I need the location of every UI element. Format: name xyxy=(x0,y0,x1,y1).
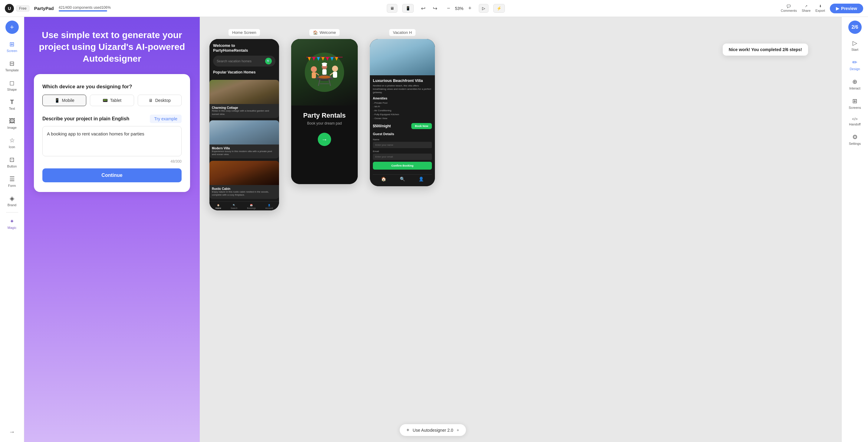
right-item-interact[interactable]: ⊕ Interact xyxy=(843,75,867,93)
confirm-booking-button[interactable]: Confirm Booking xyxy=(373,162,432,170)
home-screen-frame[interactable]: Welcome to PartyHomeRentals Search vacat… xyxy=(210,39,279,210)
right-item-start[interactable]: ▷ Start xyxy=(843,36,867,55)
svg-rect-19 xyxy=(333,72,337,78)
project-description-textarea[interactable]: A booking app to rent vacation homes for… xyxy=(42,126,182,156)
usage-bar xyxy=(59,10,107,11)
cottage-card[interactable]: Charming Cottage Relax in this cozy cott… xyxy=(210,80,279,118)
left-sidebar: + ⊞ Screen ⊟ Template ◻ Shape T Text 🖼 I… xyxy=(0,17,24,442)
hs-search-text: Search vacation homes xyxy=(217,59,251,63)
settings-icon: ⚙ xyxy=(852,133,858,141)
vacation-label-text: Vacation H xyxy=(393,30,412,35)
welcome-arrow-button[interactable]: → xyxy=(318,133,331,146)
cabin-card[interactable]: Rustic Cabin Enjoy nature in this rustic… xyxy=(210,161,279,199)
try-example-button[interactable]: Try example xyxy=(150,114,182,123)
vs-guest-title: Guest Details xyxy=(373,132,432,136)
home-screen-label: Home Screen xyxy=(228,29,260,36)
desktop-option[interactable]: 🖥 Desktop xyxy=(138,95,182,106)
sidebar-item-template[interactable]: ⊟ Template xyxy=(1,57,23,75)
mobile-icon: 📱 xyxy=(406,6,410,10)
book-now-button[interactable]: Book Now xyxy=(411,123,432,129)
vs-name-input[interactable] xyxy=(373,142,432,148)
cabin-desc: Enjoy nature in this rustic cabin nestle… xyxy=(212,191,277,197)
mobile-view-btn[interactable]: 📱 xyxy=(402,4,414,13)
comments-icon: 💬 xyxy=(786,4,791,8)
add-screen-button[interactable]: + xyxy=(5,21,19,34)
right-label-start: Start xyxy=(851,48,858,52)
auto2-icon: ✦ xyxy=(406,427,410,433)
nav-home[interactable]: 🏠 Home xyxy=(216,204,221,209)
vs-nav-search-icon[interactable]: 🔍 xyxy=(400,176,405,181)
free-badge: Free xyxy=(17,5,29,11)
sidebar-item-image[interactable]: 🖼 Image xyxy=(1,114,23,132)
right-item-screens[interactable]: ⊞ Screens xyxy=(843,94,867,112)
sidebar-label-text: Text xyxy=(9,107,15,110)
redo-button[interactable]: ↪ xyxy=(430,4,440,13)
mobile-option[interactable]: 📱 Mobile xyxy=(42,95,86,106)
sidebar-item-button[interactable]: ⊡ Button xyxy=(1,153,23,171)
right-item-design[interactable]: ✏ Design xyxy=(843,56,867,74)
autodesigner-card: Which device are you designing for? 📱 Mo… xyxy=(34,74,190,192)
export-action[interactable]: ⬇ Export xyxy=(815,4,825,12)
search-icon-green: 🔍 xyxy=(265,58,272,64)
welcome-content: Party Rentals Book your dream pad → xyxy=(291,105,358,152)
sidebar-item-brand[interactable]: ◈ Brand xyxy=(1,192,23,210)
share-action[interactable]: ↗ Share xyxy=(802,4,810,12)
desktop-device-icon: 🖥 xyxy=(149,98,153,103)
usage-count: 421/400 components used xyxy=(59,5,101,10)
hs-search-bar[interactable]: Search vacation homes 🔍 xyxy=(213,56,275,67)
welcome-screen-frame[interactable]: Party Rentals Book your dream pad → xyxy=(291,39,358,184)
sidebar-item-magic[interactable]: ✦ Magic xyxy=(1,215,23,233)
char-count: 48/300 xyxy=(42,159,182,164)
right-item-settings[interactable]: ⚙ Settings xyxy=(843,130,867,148)
welcome-title: Party Rentals xyxy=(296,111,353,120)
zoom-out-button[interactable]: − xyxy=(444,4,453,13)
lightning-button[interactable]: ⚡ xyxy=(493,4,505,13)
play-button[interactable]: ▷ xyxy=(479,4,489,13)
design-icon: ✏ xyxy=(852,59,858,66)
vs-email-input[interactable] xyxy=(373,154,432,160)
nav-search[interactable]: 🔍 Search xyxy=(230,204,237,209)
start-icon: ▷ xyxy=(852,39,857,46)
nav-bookings[interactable]: 📅 Bookings xyxy=(247,204,256,209)
arrow-right-icon: → xyxy=(9,429,15,435)
sidebar-divider xyxy=(6,212,18,212)
home-screen-preview: Home Screen Welcome to PartyHomeRentals … xyxy=(210,29,279,210)
share-icon: ↗ xyxy=(805,4,807,8)
project-name[interactable]: PartyPad xyxy=(34,6,54,11)
vs-guest-section: Guest Details Name Email Confirm Booking xyxy=(373,132,432,172)
sidebar-item-icon[interactable]: ☆ Icon xyxy=(1,134,23,152)
vs-nav-user-icon[interactable]: 👤 xyxy=(418,176,424,181)
tablet-option[interactable]: 📟 Tablet xyxy=(90,95,134,106)
vs-price: $500/night xyxy=(373,124,391,128)
zoom-in-button[interactable]: + xyxy=(466,4,474,13)
sidebar-label-image: Image xyxy=(7,126,17,129)
vs-nav-home-icon[interactable]: 🏠 xyxy=(381,176,386,181)
sidebar-label-icon: Icon xyxy=(9,145,15,149)
vs-amenity-wifi: - Wi-Fi xyxy=(373,105,432,109)
sidebar-item-text[interactable]: T Text xyxy=(1,96,23,113)
svg-rect-22 xyxy=(322,69,327,75)
svg-point-14 xyxy=(318,76,331,79)
preview-button[interactable]: ▶ Preview xyxy=(830,4,863,13)
vacation-screen-label: Vacation H xyxy=(389,29,415,36)
sidebar-item-shape[interactable]: ◻ Shape xyxy=(1,76,23,94)
autodesigner2-bar[interactable]: ✦ Use Autodesigner 2.0 ✦ xyxy=(400,424,466,436)
continue-button[interactable]: Continue xyxy=(42,168,182,182)
sidebar-label-screen: Screen xyxy=(7,49,17,53)
desktop-view-btn[interactable]: 🖥 xyxy=(387,4,397,13)
nav-account[interactable]: 👤 Account xyxy=(266,204,273,209)
screens-area[interactable]: Nice work! You completed 2/6 steps! Home… xyxy=(200,17,841,442)
undo-button[interactable]: ↩ xyxy=(418,4,428,13)
villa-desc: Experience luxury in this modern villa w… xyxy=(212,150,277,156)
sidebar-item-form[interactable]: ☰ Form xyxy=(1,172,23,191)
welcome-illustration xyxy=(291,39,358,105)
vs-amenity-ocean: - Ocean View xyxy=(373,117,432,121)
welcome-screen-preview: 🏠 Welcome xyxy=(291,29,358,184)
vacation-screen-frame[interactable]: Luxurious Beachfront Villa Nestled on a … xyxy=(370,39,435,186)
sidebar-item-screen[interactable]: ⊞ Screen xyxy=(1,37,23,56)
sidebar-collapse-button[interactable]: → xyxy=(1,426,23,438)
right-item-handoff[interactable]: </> Handoff xyxy=(843,114,867,129)
magic-icon: ✦ xyxy=(10,218,14,225)
villa-card[interactable]: Modern Villa Experience luxury in this m… xyxy=(210,120,279,159)
comments-action[interactable]: 💬 Comments xyxy=(781,4,797,12)
